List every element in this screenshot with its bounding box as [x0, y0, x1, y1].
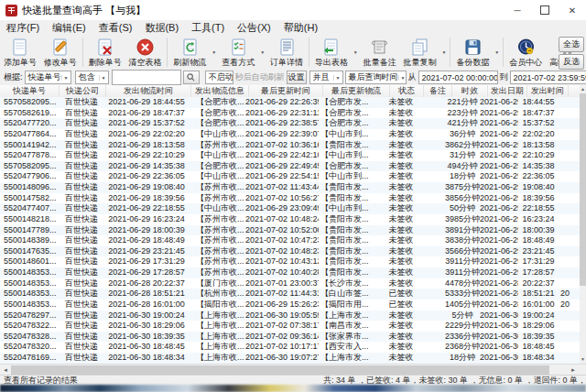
- cell-duration: 2336分钟: [445, 332, 480, 343]
- column-header-ship-date[interactable]: 发出日期: [488, 85, 527, 97]
- backup-data-button-dropdown[interactable]: ▼: [493, 35, 501, 70]
- column-header-duration[interactable]: 时效: [452, 85, 488, 97]
- table-row[interactable]: 5520477906...百世快递2021-06-29 22:36:05【中山市…: [0, 171, 580, 182]
- from-date-input[interactable]: 2021-07-02 00:00:00▼: [418, 71, 498, 84]
- cell-courier: 百世快递: [59, 246, 104, 257]
- maximize-button[interactable]: [531, 0, 559, 20]
- cell-duration: 2368分钟: [445, 342, 480, 353]
- close-button[interactable]: ✕: [559, 0, 586, 20]
- table-row[interactable]: 5520478169...百世快递2021-06-30 18:48:34【上海市…: [0, 353, 580, 364]
- order-detail-button[interactable]: 订单详情: [266, 35, 307, 70]
- backup-data-button[interactable]: 备份数据: [452, 35, 493, 70]
- batch-copy-button-dropdown[interactable]: ▼: [440, 35, 449, 70]
- filter-search-button[interactable]: [183, 71, 200, 84]
- table-row[interactable]: 5500148353...百世快递2021-06-28 20:22:37【厦门市…: [0, 278, 580, 289]
- view-mode-button[interactable]: 查看方式: [218, 35, 258, 70]
- add-number-button[interactable]: 添加单号: [0, 35, 40, 70]
- cell-ship-time: 20:22:37: [518, 278, 559, 289]
- column-header-ship-logistics-info[interactable]: 发出物流信息: [191, 85, 249, 97]
- filter-keyword-input[interactable]: [112, 70, 181, 85]
- cell-courier: 百世快递: [59, 289, 104, 299]
- export-table-button[interactable]: 导出表格: [311, 35, 352, 70]
- to-date-input[interactable]: 2021-07-02 23:59:59▼: [510, 71, 586, 84]
- cell-last-update-time: 2021-06-29 22:38:57: [245, 118, 319, 129]
- cell-ship-time: 18:39:56: [518, 193, 559, 204]
- table-row[interactable]: 5500147582...百世快递2021-06-29 18:39:56【苏州市…: [0, 193, 580, 204]
- filter-field-select[interactable]: 快递单号▼: [25, 71, 71, 84]
- column-header-tracking-no[interactable]: 快递单号: [0, 85, 60, 97]
- menu-item-6[interactable]: 帮助(H): [277, 20, 324, 35]
- table-row[interactable]: 5500147789...百世快递2021-06-29 18:00:39【苏州市…: [0, 225, 580, 236]
- table-row[interactable]: 5500141942...百世快递2021-06-29 18:13:58【苏州市…: [0, 140, 580, 151]
- view-icon: [229, 38, 248, 57]
- minimize-button[interactable]: ─: [504, 0, 531, 20]
- scroll-down-icon[interactable]: ▼: [580, 355, 586, 364]
- cell-ship-date: 2021-06-30: [480, 353, 518, 364]
- menu-item-1[interactable]: 编辑(E): [46, 20, 92, 35]
- menu-item-5[interactable]: 公告(X): [231, 20, 277, 35]
- table-row[interactable]: 5500148353...百世快递2021-06-28 18:51:21【杭州市…: [0, 289, 580, 299]
- table-row[interactable]: 5500148353...百世快递2021-06-28 16:01:00【揭阳市…: [0, 299, 580, 310]
- table-row[interactable]: 5570582095...百世快递2021-06-29 14:35:38【合肥市…: [0, 161, 580, 172]
- table-row[interactable]: 5520477864...百世快递2021-06-29 22:02:20【中山市…: [0, 129, 580, 140]
- cell-sign-time-clipped: [559, 353, 580, 364]
- cell-last-update-time: 2021-07-02 10:48:24: [245, 214, 319, 225]
- view-mode-button-dropdown[interactable]: ▼: [258, 35, 266, 70]
- auto-refresh-settings-button[interactable]: 设置: [287, 71, 307, 84]
- cell-note: [418, 203, 445, 214]
- table-row[interactable]: 5500148218...百世快递2021-06-29 16:23:24【苏州市…: [0, 214, 580, 225]
- menu-item-4[interactable]: 工具(T): [185, 20, 231, 35]
- scroll-up-icon[interactable]: ▲: [580, 85, 586, 93]
- vertical-scrollbar[interactable]: ▲ ▼: [580, 85, 586, 364]
- column-header-ship-logistics-time[interactable]: 发出物流时间: [106, 85, 191, 97]
- filter-op-select[interactable]: 包含▼: [75, 71, 109, 84]
- cell-sign-time-clipped: [559, 342, 580, 353]
- menu-item-2[interactable]: 查看(S): [92, 20, 139, 35]
- table-row[interactable]: 5520477407...百世快递2021-06-29 22:18:55【中山市…: [0, 203, 580, 214]
- table-row[interactable]: 5520477878...百世快递2021-06-29 22:10:29【中山市…: [0, 150, 580, 161]
- menu-item-3[interactable]: 数据(B): [138, 20, 185, 35]
- time-field-select[interactable]: 最后查询时间▼: [345, 71, 407, 84]
- delete-number-button[interactable]: 删除单号: [85, 35, 125, 70]
- table-row[interactable]: 5500148096...百世快递2021-06-29 19:08:40【苏州市…: [0, 182, 580, 193]
- cell-note: [418, 310, 445, 321]
- table-row[interactable]: 5520478328...百世快递2021-06-30 18:39:35【上海市…: [0, 332, 580, 343]
- select-all-button[interactable]: 全选: [559, 37, 584, 52]
- table-row[interactable]: 5520478322...百世快递2021-06-30 18:29:06【上海市…: [0, 321, 580, 332]
- auto-refresh-interval-box[interactable]: 不启动: [205, 71, 233, 84]
- table-row[interactable]: 5520477720...百世快递2021-06-29 15:37:52【合肥市…: [0, 118, 580, 129]
- table-row[interactable]: 5570582095...百世快递2021-06-29 18:44:55【合肥市…: [0, 97, 580, 108]
- column-header-courier[interactable]: 快递公司: [60, 85, 106, 97]
- cell-note: [418, 161, 445, 172]
- column-header-last-update-time[interactable]: 最后更新时间: [249, 85, 323, 97]
- column-header-ship-time[interactable]: 发出时间: [527, 85, 569, 97]
- vertical-scroll-thumb[interactable]: [580, 93, 586, 286]
- table-row[interactable]: 5500148389...百世快递2021-06-29 18:48:49【苏州市…: [0, 235, 580, 246]
- export-table-button-dropdown[interactable]: ▼: [352, 35, 360, 70]
- column-header-note[interactable]: 备注: [424, 85, 452, 97]
- clear-table-button[interactable]: 清空表格: [125, 35, 166, 70]
- refresh-logistics-button[interactable]: 刷新物流: [169, 35, 210, 70]
- cell-ship-logistics-info: 【苏州市收...: [189, 256, 245, 267]
- member-center-button[interactable]: 会员中心: [505, 35, 546, 70]
- batch-copy-button[interactable]: 批量复制: [400, 35, 440, 70]
- column-header-status[interactable]: 状态: [390, 85, 424, 97]
- table-row[interactable]: 5500148601...百世快递2021-06-29 17:31:29【苏州市…: [0, 256, 580, 267]
- table-row[interactable]: 5520478297...百世快递2021-06-30 19:00:24【上海市…: [0, 310, 580, 321]
- refresh-logistics-button-dropdown[interactable]: ▼: [210, 35, 218, 70]
- column-header-last-update-info[interactable]: 最后更新物流: [323, 85, 390, 97]
- cell-status: 未签收: [385, 256, 418, 267]
- cell-courier: 百世快递: [59, 108, 104, 119]
- table-row[interactable]: 5500147635...百世快递2021-06-29 23:21:45【苏州市…: [0, 246, 580, 257]
- horizontal-scroll-thumb[interactable]: [11, 365, 549, 375]
- table-row[interactable]: 5570582619...百世快递2021-06-29 18:47:37【合肥市…: [0, 108, 580, 119]
- menu-item-0[interactable]: 程序(F): [0, 20, 46, 35]
- edit-number-button[interactable]: 修改单号: [40, 35, 81, 70]
- filter-join-select[interactable]: 并且▼: [309, 71, 343, 84]
- invert-select-button[interactable]: 反选: [559, 54, 584, 70]
- table-row[interactable]: 5520478320...百世快递2021-06-30 18:48:45【上海市…: [0, 342, 580, 353]
- cell-tracking-no: 5520477720...: [0, 118, 59, 129]
- cell-note: [418, 129, 445, 140]
- table-row[interactable]: 5500148353...百世快递2021-06-29 17:28:57【苏州市…: [0, 267, 580, 278]
- batch-note-button[interactable]: 批量备注: [360, 35, 400, 70]
